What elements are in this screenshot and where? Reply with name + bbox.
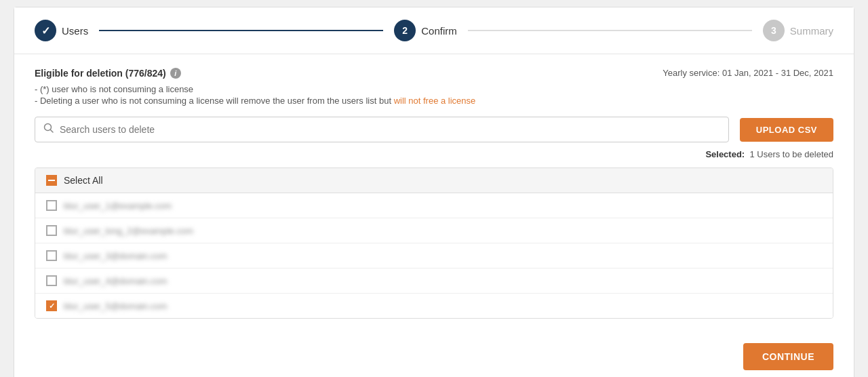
upload-csv-button[interactable]: UPLOAD CSV <box>740 118 833 142</box>
user-email-3: blur_user_3@domain.com <box>64 251 167 261</box>
selected-label: Selected: <box>705 149 745 159</box>
user-email-4: blur_user_4@domain.com <box>64 276 167 286</box>
note-line-1: - (*) user who is not consuming a licens… <box>35 84 833 94</box>
table-row: blur_user_long_2@example.com <box>35 218 833 243</box>
stepper: Users 2 Confirm 3 Summary <box>14 7 854 54</box>
select-all-checkbox[interactable] <box>46 175 57 186</box>
main-container: Users 2 Confirm 3 Summary Eligible for d… <box>14 7 854 377</box>
user-table: Select All blur_user_1@example.com blur_… <box>35 167 833 319</box>
user-checkbox-3[interactable] <box>46 250 57 261</box>
user-checkbox-1[interactable] <box>46 200 57 211</box>
note-highlight: will not free a license <box>394 96 476 106</box>
selected-value: 1 Users to be deleted <box>749 149 833 159</box>
info-header: Eligible for deletion (776/824) i Yearly… <box>35 68 833 79</box>
footer: CONTINUE <box>14 332 854 377</box>
eligible-title-text: Eligible for deletion (776/824) <box>35 68 166 79</box>
yearly-service-text: Yearly service: 01 Jan, 2021 - 31 Dec, 2… <box>663 68 833 78</box>
user-email-2: blur_user_long_2@example.com <box>64 226 193 236</box>
eligible-title-container: Eligible for deletion (776/824) i <box>35 68 181 79</box>
user-checkbox-4[interactable] <box>46 275 57 286</box>
step-line-2 <box>468 30 752 31</box>
search-icon <box>43 123 54 136</box>
step-summary-label: Summary <box>790 25 833 37</box>
table-row: blur_user_3@domain.com <box>35 243 833 269</box>
svg-line-1 <box>51 130 54 133</box>
step-confirm-circle: 2 <box>394 20 416 41</box>
select-all-label: Select All <box>64 175 103 186</box>
step-confirm: 2 Confirm <box>394 20 457 41</box>
selected-info: Selected: 1 Users to be deleted <box>35 149 833 159</box>
search-input[interactable] <box>60 124 720 135</box>
step-line-1 <box>99 30 383 31</box>
user-checkbox-5[interactable] <box>46 300 57 311</box>
table-row: blur_user_5@domain.com <box>35 294 833 318</box>
step-summary-circle: 3 <box>763 20 785 41</box>
notes-section: - (*) user who is not consuming a licens… <box>35 84 833 106</box>
content-area: Eligible for deletion (776/824) i Yearly… <box>14 54 854 332</box>
user-email-5: blur_user_5@domain.com <box>64 301 167 311</box>
continue-button[interactable]: CONTINUE <box>743 343 833 370</box>
user-email-1: blur_user_1@example.com <box>64 201 172 211</box>
step-users: Users <box>35 20 88 41</box>
table-header: Select All <box>35 168 833 193</box>
search-box <box>35 117 729 142</box>
table-row: blur_user_1@example.com <box>35 193 833 218</box>
info-icon[interactable]: i <box>170 68 181 79</box>
table-row: blur_user_4@domain.com <box>35 269 833 294</box>
note-line-2: - Deleting a user who is not consuming a… <box>35 96 833 106</box>
step-summary: 3 Summary <box>763 20 833 41</box>
search-upload-row: UPLOAD CSV <box>35 117 833 142</box>
step-users-label: Users <box>62 25 88 37</box>
step-confirm-label: Confirm <box>421 25 457 37</box>
user-checkbox-2[interactable] <box>46 225 57 236</box>
step-users-circle <box>35 20 56 41</box>
